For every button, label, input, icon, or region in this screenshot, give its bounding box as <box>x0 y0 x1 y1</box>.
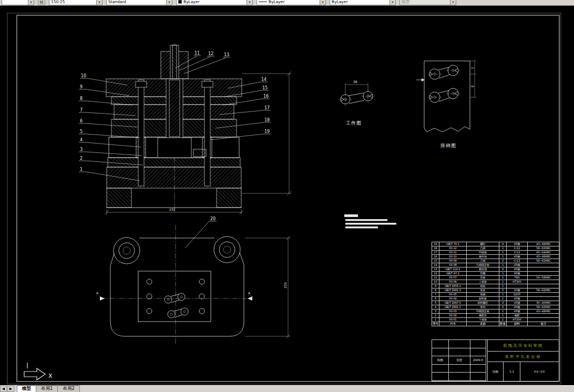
svg-text:18: 18 <box>264 118 270 122</box>
balloon-13: 13 <box>184 53 230 74</box>
table-row: 19GB/T 70.1螺钉445钢43~48HRC <box>432 242 560 246</box>
svg-text:17: 17 <box>264 106 270 110</box>
tab-模型[interactable]: 模型 <box>17 385 36 392</box>
svg-text:19: 19 <box>264 129 270 134</box>
workpiece-view: 38 工件图 <box>339 80 375 126</box>
svg-text:14: 14 <box>261 77 266 82</box>
table-row: 700-05模柄1Q235 <box>432 293 560 297</box>
scale-value: 1:1 <box>504 362 520 381</box>
table-row: 1700-11凹模板1Cr1260~64HRC <box>432 251 560 255</box>
parts-header-row: 序号代号名称数量材料备注 <box>432 322 560 326</box>
svg-text:11: 11 <box>194 51 200 56</box>
dim-strip-pitch: 44 <box>471 85 474 88</box>
strip-layout-view: 22 44 排样图 <box>416 61 476 148</box>
table-row: 1600-10推件块145钢43~48HRC <box>432 255 560 259</box>
svg-text:15: 15 <box>262 86 268 90</box>
table-row: 200-02橡胶垫1橡胶 <box>432 314 560 318</box>
layers-icon[interactable]: ▤ <box>38 0 45 5</box>
title-block-drawing-title: 落料冲孔复合模 <box>488 352 559 362</box>
drawing-canvas[interactable]: 232 38 工件图 <box>0 6 574 385</box>
title-block-school: 机电高等专科学校 <box>488 340 559 352</box>
color-swatch-icon <box>178 0 182 4</box>
title-block-right: 机电高等专科学校 落料冲孔复合模 比例 1:1 00-00 <box>487 340 559 381</box>
dim-workpiece-width: 38 <box>353 80 357 84</box>
linetype-sample-icon <box>259 2 267 2</box>
dim-plan-height: 250 <box>283 282 287 288</box>
table-row: 1000-06上模座1HT200 <box>432 280 560 284</box>
svg-text:7: 7 <box>80 108 83 112</box>
textstyle-combo[interactable]: Standard ▾ <box>106 0 172 5</box>
assembly-section-view: 232 <box>105 43 291 214</box>
cad-drawing: 232 38 工件图 <box>0 6 574 385</box>
svg-text:1: 1 <box>80 167 83 172</box>
table-row: 1100-07垫板1T8A54~58HRC <box>432 276 560 280</box>
tech-notes <box>344 214 396 229</box>
dimstyle-value: 150-25 <box>51 0 65 4</box>
balloon-4: 4 <box>79 138 141 147</box>
table-row: 1800-12凸模1Cr1258~62HRC <box>432 246 560 251</box>
table-row: 5GB/T 2867.5卸料螺钉445钢35~40HRC <box>432 301 560 305</box>
svg-text:20: 20 <box>210 216 216 221</box>
parts-list-body: 19GB/T 70.1螺钉445钢43~48HRC1800-12凸模1Cr125… <box>432 242 560 326</box>
svg-text:13: 13 <box>224 53 229 57</box>
chevron-down-icon[interactable]: ▾ <box>320 0 325 5</box>
dimstyle-combo[interactable]: 150-25 ▾ <box>49 0 102 5</box>
linetype-combo[interactable]: ByLayer ▾ <box>257 0 326 5</box>
lineweight-combo[interactable]: ByLayer ▾ <box>330 0 396 5</box>
svg-text:5: 5 <box>80 129 83 134</box>
plan-view: A A 250 <box>96 225 290 345</box>
table-row: 300-03凹模固定板145钢43~48HRC <box>432 310 560 314</box>
parts-list: 19GB/T 70.1螺钉445钢43~48HRC1800-12凸模1Cr125… <box>432 242 560 326</box>
linetype-value: ByLayer <box>269 0 285 4</box>
plotstyle-value: 随层 <box>402 0 409 5</box>
tab-nav-prev-icon[interactable]: ◀ <box>0 386 7 392</box>
chevron-down-icon[interactable]: ▾ <box>390 0 395 5</box>
table-row: 4GB/T 2861.1导柱220钢58~62HRC <box>432 305 560 310</box>
table-row: 8GB/T 2861.3导套220钢58~62HRC <box>432 288 560 293</box>
textstyle-value: Standard <box>108 0 126 4</box>
workpiece-label: 工件图 <box>346 120 362 126</box>
section-mark-right: A <box>248 291 251 295</box>
svg-text:16: 16 <box>263 94 269 99</box>
tab-布局2[interactable]: 布局2 <box>57 385 79 392</box>
section-mark-left: A <box>96 291 99 295</box>
color-combo[interactable]: ByLayer ▾ <box>176 0 253 5</box>
title-block: 制图刘浩2009.6 机电高等专科学校 落料冲孔复合模 比例 1:1 00-00 <box>432 339 559 381</box>
sig-grid: 制图刘浩2009.6 <box>432 340 487 381</box>
color-value: ByLayer <box>183 0 200 4</box>
chevron-down-icon[interactable]: ▾ <box>247 0 252 5</box>
scale-label: 比例 <box>488 362 504 381</box>
table-row: 1500-09凸模2Cr1258~62HRC <box>432 259 560 263</box>
drawing-number: 00-00 <box>520 362 559 381</box>
lineweight-value: ByLayer <box>332 0 348 4</box>
plotstyle-combo: 随层 ▾ <box>399 0 456 5</box>
chevron-down-icon[interactable]: ▾ <box>96 0 102 5</box>
table-row: 600-04卸料板145钢 <box>432 297 560 301</box>
chevron-down-icon[interactable]: ▾ <box>28 0 34 5</box>
svg-text:9: 9 <box>80 85 83 89</box>
svg-text:12: 12 <box>208 51 213 56</box>
svg-text:2: 2 <box>80 156 83 161</box>
ucs-x-label: X <box>48 373 53 379</box>
table-row: 12GB/T 97.2垫圈145钢 <box>432 272 560 276</box>
table-row: 1400-08凸模固定板145钢 <box>432 263 560 267</box>
table-row: 9GB/T 2855.1模架1 <box>432 284 560 288</box>
svg-text:4: 4 <box>80 138 83 142</box>
tab-布局1[interactable]: 布局1 <box>36 385 58 392</box>
ucs-icon: X <box>24 363 53 380</box>
chevron-down-icon: ▾ <box>450 0 456 5</box>
svg-text:8: 8 <box>80 96 83 101</box>
table-row: 100-01下模座1HT200 <box>432 318 560 322</box>
layer-combo[interactable]: ▾ <box>2 0 34 5</box>
balloon-3: 3 <box>79 147 142 156</box>
sheet-frame <box>7 13 561 384</box>
tab-nav-next-icon[interactable]: ▶ <box>7 386 14 392</box>
balloon-20: 20 <box>185 216 217 248</box>
strip-label: 排样图 <box>440 143 456 148</box>
svg-text:6: 6 <box>80 119 83 123</box>
chevron-down-icon[interactable]: ▾ <box>166 0 172 5</box>
dim-section-width: 232 <box>169 208 176 211</box>
svg-text:3: 3 <box>80 147 83 152</box>
layout-tabbar: ◀ ▶ 模型布局1布局2 <box>0 385 574 392</box>
top-toolbar: ▾ ▤ 150-25 ▾ Standard ▾ ByLayer ▾ ByLaye… <box>0 0 574 6</box>
